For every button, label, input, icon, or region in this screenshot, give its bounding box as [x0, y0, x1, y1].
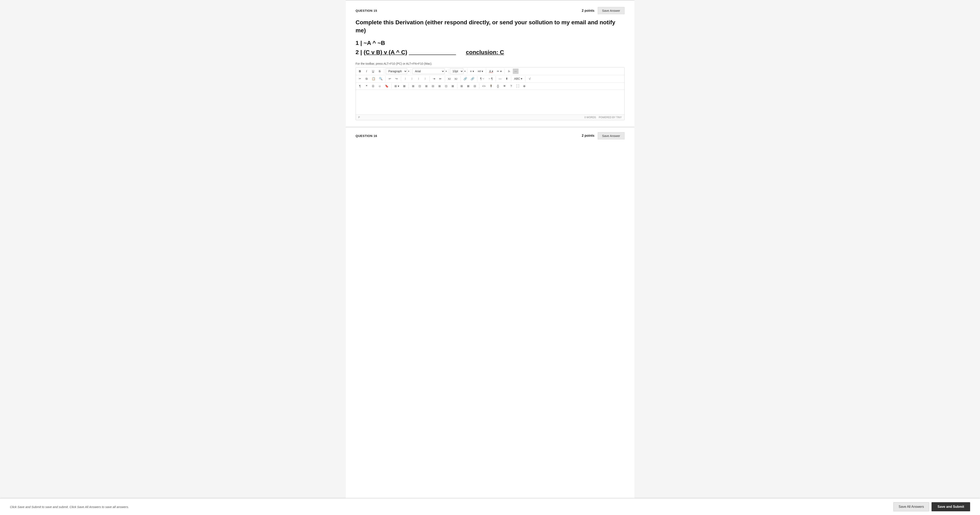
- divider-15: [525, 76, 525, 81]
- size-chevron-icon: ▾: [465, 70, 466, 73]
- font-chevron-icon: ▾: [445, 70, 447, 73]
- question-15-block: QUESTION 15 2 points Save Answer Complet…: [346, 0, 635, 127]
- btn-table-var3[interactable]: ⊞: [423, 83, 429, 89]
- question-15-text: Complete this Derivation (either respond…: [356, 18, 625, 34]
- btn-ltr[interactable]: ¶→: [479, 76, 486, 81]
- size-select[interactable]: 8pt 10pt 12pt 14pt 18pt 24pt: [450, 68, 463, 74]
- btn-unlink[interactable]: 🔗: [469, 76, 476, 81]
- btn-code[interactable]: <>: [481, 83, 487, 89]
- save-and-submit-button[interactable]: Save and Submit: [932, 502, 970, 511]
- btn-superscript[interactable]: x2: [447, 76, 452, 81]
- format-select[interactable]: Paragraph Heading 1 Heading 2 Heading 3: [386, 68, 407, 74]
- btn-pilcrow[interactable]: ¶: [357, 83, 363, 89]
- btn-omega[interactable]: Ω: [370, 83, 376, 89]
- btn-quote[interactable]: ❝: [364, 83, 369, 89]
- bottom-bar-buttons: Save All Answers Save and Submit: [893, 502, 970, 511]
- save-answer-button-15[interactable]: Save Answer: [598, 7, 625, 14]
- btn-link[interactable]: 🔗: [462, 76, 468, 81]
- divider-17: [409, 84, 409, 89]
- question-15-points: 2 points: [582, 9, 595, 13]
- divider-12: [477, 76, 477, 81]
- btn-table[interactable]: ⊞ ▾: [393, 83, 401, 89]
- btn-plus-circle[interactable]: ⊕: [522, 83, 527, 89]
- btn-underline[interactable]: U: [370, 68, 376, 74]
- question-16-header-right: 2 points Save Answer: [582, 132, 625, 139]
- divider-11: [460, 76, 461, 81]
- btn-hr[interactable]: —: [497, 76, 503, 81]
- btn-align-center[interactable]: ⁝: [409, 76, 415, 81]
- line2-number: 2 |: [356, 48, 362, 57]
- btn-clear-format[interactable]: Ix: [506, 68, 512, 74]
- save-answer-button-16[interactable]: Save Answer: [598, 132, 625, 139]
- btn-table-grid3[interactable]: ⊟: [472, 83, 478, 89]
- btn-table-var2[interactable]: ⊡: [417, 83, 423, 89]
- btn-list-unordered[interactable]: ≡ ▾: [469, 68, 476, 74]
- btn-indent-less[interactable]: ⇤: [438, 76, 444, 81]
- btn-find[interactable]: 🔍: [377, 76, 384, 81]
- btn-preview[interactable]: 👁: [502, 83, 508, 89]
- save-all-answers-button[interactable]: Save All Answers: [893, 502, 929, 511]
- btn-font-color[interactable]: A ▾: [488, 68, 495, 74]
- btn-upload[interactable]: ⬆: [504, 76, 510, 81]
- question-15-label: QUESTION 15: [356, 9, 377, 13]
- btn-table-del[interactable]: ⊠: [401, 83, 407, 89]
- btn-css[interactable]: {}: [495, 83, 501, 89]
- btn-table-var6[interactable]: ⊡: [443, 83, 449, 89]
- btn-align-left[interactable]: ⁝: [402, 76, 408, 81]
- question-16-label: QUESTION 16: [356, 134, 377, 138]
- btn-table-grid1[interactable]: ⊞: [459, 83, 465, 89]
- btn-help[interactable]: ?: [508, 83, 514, 89]
- bottom-bar-info: Click Save and Submit to save and submit…: [10, 505, 129, 509]
- font-select[interactable]: Arial Times New Roman Courier New: [412, 68, 445, 74]
- question-16-block: QUESTION 16 2 points Save Answer: [346, 127, 635, 145]
- btn-undo[interactable]: ↩: [387, 76, 393, 81]
- btn-indent-more[interactable]: ⇥: [431, 76, 437, 81]
- line2-conclusion: conclusion: C: [466, 48, 504, 57]
- line2-blank: _____________: [409, 48, 456, 57]
- editor-container: B I U S Paragraph Heading 1 Heading 2 He…: [356, 67, 625, 120]
- question-15-line2: 2 | (C v B) v (A ^ C) _____________ conc…: [356, 48, 625, 57]
- btn-table-var7[interactable]: ⊠: [450, 83, 456, 89]
- btn-subscript[interactable]: x2: [453, 76, 459, 81]
- toolbar-row-1: B I U S Paragraph Heading 1 Heading 2 He…: [356, 68, 624, 75]
- line2-main: (C v B) v (A ^ C): [364, 48, 407, 57]
- question-15-header: QUESTION 15 2 points Save Answer: [356, 7, 625, 14]
- divider-3: [448, 69, 449, 74]
- question-15-lines: 1 | ~A ^ ~B 2 | (C v B) v (A ^ C) ______…: [356, 38, 625, 57]
- toolbar-hint: For the toolbar, press ALT+F10 (PC) or A…: [356, 62, 625, 65]
- btn-italic[interactable]: I: [364, 68, 369, 74]
- btn-list-ordered[interactable]: ≡# ▾: [476, 68, 485, 74]
- btn-sqrt[interactable]: √: [527, 76, 533, 81]
- page-wrapper: QUESTION 15 2 points Save Answer Complet…: [346, 0, 635, 515]
- btn-fullscreen[interactable]: ⛶: [515, 83, 520, 89]
- bottom-bar: Click Save and Submit to save and submit…: [0, 498, 980, 515]
- divider-6: [504, 69, 505, 74]
- format-chevron-icon: ▾: [408, 70, 409, 73]
- divider-5: [486, 69, 486, 74]
- btn-table-grid2[interactable]: ⊠: [465, 83, 471, 89]
- btn-emoji[interactable]: ☺: [377, 83, 383, 89]
- question-15-line1: 1 | ~A ^ ~B: [356, 38, 625, 48]
- paragraph-marker: P: [358, 116, 360, 119]
- btn-copy[interactable]: ⧉: [364, 76, 369, 82]
- btn-redo[interactable]: ↪: [394, 76, 399, 81]
- editor-area[interactable]: [356, 90, 624, 114]
- btn-align-right[interactable]: ⁝: [416, 76, 422, 81]
- btn-person[interactable]: 🕴: [488, 83, 494, 89]
- btn-spellcheck[interactable]: ABC ▾: [513, 76, 524, 81]
- btn-rtl[interactable]: ←¶: [487, 76, 494, 81]
- btn-more[interactable]: ···: [513, 68, 519, 74]
- toolbar-row-2: ✂ ⧉ 📋 🔍 ↩ ↪ ⁝ ⁝ ⁝ ⁝ ⇥ ⇤ x2 x2 🔗: [356, 75, 624, 82]
- btn-table-var5[interactable]: ⊞: [437, 83, 442, 89]
- btn-bold[interactable]: B: [357, 68, 363, 74]
- btn-highlight[interactable]: ✏ ▾: [495, 68, 503, 74]
- btn-strikethrough[interactable]: S: [377, 68, 383, 74]
- btn-table-var4[interactable]: ⊟: [430, 83, 436, 89]
- btn-table-var1[interactable]: ⊞: [410, 83, 416, 89]
- btn-paste[interactable]: 📋: [370, 76, 377, 81]
- btn-align-justify[interactable]: ⁝: [422, 76, 428, 81]
- btn-bookmark[interactable]: 🔖: [383, 83, 390, 89]
- question-16-points: 2 points: [582, 134, 595, 138]
- question-16-header: QUESTION 16 2 points Save Answer: [356, 132, 625, 139]
- btn-cut[interactable]: ✂: [357, 76, 363, 81]
